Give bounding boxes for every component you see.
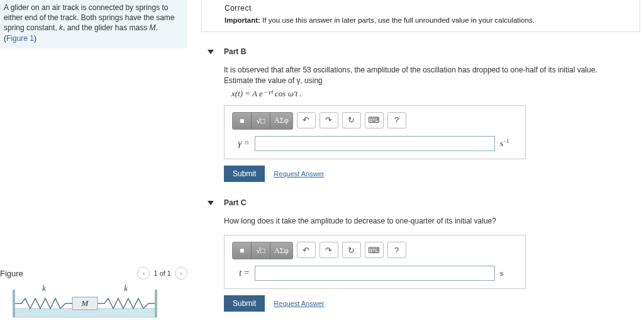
sqrt-icon[interactable]: √□ <box>252 113 270 129</box>
figure-mass-label: M <box>81 298 89 308</box>
undo-icon[interactable]: ↶ <box>297 242 316 258</box>
figure-k-left: k <box>42 284 46 293</box>
svg-rect-2 <box>155 290 157 317</box>
figure-diagram: M k k <box>13 283 157 323</box>
part-b-answer-panel: ■ √□ ΑΣφ ↶ ↷ ↻ ⌨ ? γ = s−1 <box>224 105 526 159</box>
part-b-prompt: It is observed that after 53 oscillation… <box>224 65 616 86</box>
t-input[interactable] <box>255 266 495 281</box>
equation-toolbar: ■ √□ ΑΣφ ↶ ↷ ↻ ⌨ ? <box>232 242 518 259</box>
keyboard-icon[interactable]: ⌨ <box>365 242 384 258</box>
part-b: Part B It is observed that after 53 osci… <box>201 43 640 182</box>
request-answer-link[interactable]: Request Answer <box>274 300 324 307</box>
collapse-icon[interactable] <box>208 201 214 205</box>
sqrt-icon[interactable]: √□ <box>252 242 270 259</box>
redo-icon[interactable]: ↷ <box>319 112 338 128</box>
template-icon[interactable]: ■ <box>233 242 252 259</box>
figure-next-button[interactable]: › <box>175 267 187 280</box>
reset-icon[interactable]: ↻ <box>342 242 361 258</box>
collapse-icon[interactable] <box>208 50 214 54</box>
part-c-answer-panel: ■ √□ ΑΣφ ↶ ↷ ↻ ⌨ ? t = s <box>224 235 526 289</box>
part-c-prompt: How long does it take the amplitude to d… <box>224 216 616 227</box>
figure-count: 1 of 1 <box>153 269 171 277</box>
redo-icon[interactable]: ↷ <box>319 242 338 258</box>
t-unit: s <box>500 268 518 278</box>
part-b-title: Part B <box>224 47 246 56</box>
undo-icon[interactable]: ↶ <box>297 112 316 128</box>
problem-statement: A glider on an air track is connected by… <box>0 0 187 48</box>
figure-panel-header: Figure ‹ 1 of 1 › <box>0 267 187 280</box>
keyboard-icon[interactable]: ⌨ <box>365 112 384 128</box>
submit-button[interactable]: Submit <box>224 166 265 182</box>
greek-icon[interactable]: ΑΣφ <box>270 113 292 129</box>
t-label: t = <box>232 268 250 278</box>
figure-title: Figure <box>0 269 137 278</box>
figure-link[interactable]: Figure 1 <box>6 34 34 43</box>
part-b-equation: x(t) = A e⁻ᵞᵗ cos ω′t . <box>231 89 616 99</box>
svg-rect-1 <box>13 290 15 317</box>
submit-button[interactable]: Submit <box>224 295 265 312</box>
figure-prev-button[interactable]: ‹ <box>137 267 150 280</box>
gamma-unit: s−1 <box>500 138 518 149</box>
greek-icon[interactable]: ΑΣφ <box>270 242 292 259</box>
figure-k-right: k <box>124 284 128 293</box>
help-icon[interactable]: ? <box>387 112 406 128</box>
equation-toolbar: ■ √□ ΑΣφ ↶ ↷ ↻ ⌨ ? <box>232 112 518 130</box>
reset-icon[interactable]: ↻ <box>342 112 361 128</box>
help-icon[interactable]: ? <box>387 242 406 258</box>
gamma-input[interactable] <box>255 136 495 151</box>
part-c-title: Part C <box>224 198 246 207</box>
part-a-feedback: Correct Important: If you use this answe… <box>201 0 640 32</box>
request-answer-link[interactable]: Request Answer <box>274 170 324 178</box>
gamma-label: γ = <box>232 139 250 149</box>
part-c: Part C How long does it take the amplitu… <box>201 195 640 312</box>
template-icon[interactable]: ■ <box>233 113 252 129</box>
